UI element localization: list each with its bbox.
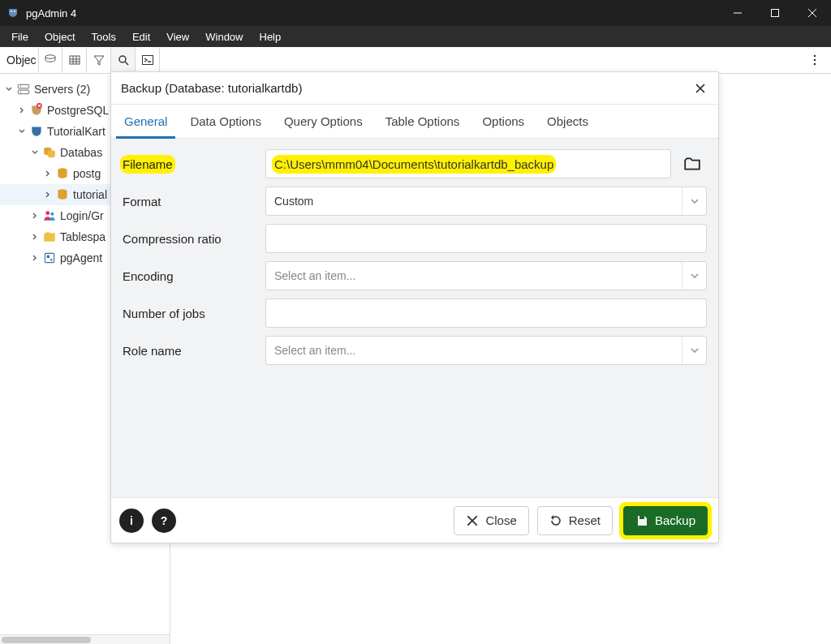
menubar: File Object Tools Edit View Window Help: [0, 26, 831, 47]
menu-view[interactable]: View: [158, 28, 197, 46]
browse-folder-button[interactable]: [678, 149, 707, 178]
backup-label: Backup: [655, 513, 695, 527]
tree-label: tutorial: [73, 188, 107, 201]
tablespaces-icon: [42, 230, 57, 243]
main-workspace: Backup (Database: tutorialkartdb) Genera…: [170, 74, 831, 644]
toolbar-query-icon[interactable]: [38, 47, 62, 73]
tree-horizontal-scrollbar[interactable]: [0, 634, 170, 644]
chevron-right-icon: [42, 168, 54, 179]
servers-icon: [16, 83, 31, 96]
tree-label: TutorialKart: [47, 125, 105, 138]
help-icon: ?: [161, 514, 168, 527]
label-rolename: Role name: [123, 344, 265, 358]
tree-label: PostgreSQL: [47, 104, 109, 117]
menu-tools[interactable]: Tools: [84, 28, 124, 46]
toolbar-psql-icon[interactable]: [136, 47, 160, 73]
label-encoding: Encoding: [123, 269, 265, 283]
chevron-right-icon: [42, 189, 54, 200]
close-button[interactable]: Close: [454, 506, 528, 535]
roles-icon: [42, 209, 57, 222]
server-icon: [29, 104, 44, 117]
minimize-button[interactable]: [719, 0, 756, 26]
toolbar-filter-icon[interactable]: [87, 47, 111, 73]
compression-field[interactable]: [274, 232, 698, 246]
tab-table-options[interactable]: Table Options: [374, 105, 471, 138]
tab-data-options[interactable]: Data Options: [179, 105, 273, 138]
svg-rect-10: [18, 84, 29, 88]
dialog-tabs: General Data Options Query Options Table…: [111, 105, 718, 139]
chevron-down-icon: [3, 84, 15, 95]
svg-rect-4: [70, 56, 80, 64]
svg-point-0: [11, 11, 12, 12]
tab-query-options[interactable]: Query Options: [273, 105, 374, 138]
filename-value: C:\Users\mmm04\Documents\tutorialkartdb_…: [274, 157, 553, 171]
close-icon[interactable]: [692, 80, 708, 97]
row-numjobs: Number of jobs: [111, 294, 718, 332]
chevron-down-icon: [16, 126, 28, 137]
svg-point-3: [45, 55, 55, 58]
content-area: Objec Servers (2) PostgreSQL TutorialKar: [0, 47, 831, 644]
database-icon: [55, 188, 70, 201]
encoding-placeholder: Select an item...: [274, 269, 355, 282]
help-button[interactable]: ?: [152, 509, 176, 533]
toolbar-view-data-icon[interactable]: [62, 47, 87, 73]
tree-label: Databas: [60, 146, 102, 159]
window-titlebar: pgAdmin 4: [0, 0, 831, 26]
object-explorer-label: Objec: [3, 47, 38, 73]
row-encoding: Encoding Select an item...: [111, 257, 718, 294]
chevron-right-icon: [29, 252, 41, 264]
tree-label: postg: [73, 167, 101, 180]
row-compression: Compression ratio: [111, 220, 718, 257]
menu-window[interactable]: Window: [197, 28, 251, 46]
pgagent-icon: [42, 251, 57, 264]
window-controls: [719, 0, 831, 26]
numjobs-field[interactable]: [274, 307, 698, 320]
dialog-footer: i ? Close Reset Backup: [111, 497, 718, 543]
tree-label: Servers (2): [34, 83, 90, 96]
svg-point-8: [814, 59, 816, 62]
toolbar-search-icon[interactable]: [111, 47, 136, 73]
row-format: Format Custom: [111, 182, 718, 220]
encoding-select[interactable]: Select an item...: [265, 261, 707, 290]
label-numjobs: Number of jobs: [123, 307, 265, 320]
svg-point-9: [814, 63, 816, 66]
chevron-right-icon: [29, 210, 41, 221]
svg-rect-2: [772, 10, 779, 17]
menu-object[interactable]: Object: [37, 28, 84, 46]
toolbar-overflow-icon[interactable]: [799, 47, 831, 73]
elephant-icon: [29, 125, 44, 138]
svg-rect-22: [47, 255, 50, 258]
dialog-body: Filename C:\Users\mmm04\Documents\tutori…: [111, 139, 718, 497]
format-value: Custom: [274, 195, 313, 208]
close-window-button[interactable]: [794, 0, 831, 26]
backup-button[interactable]: Backup: [623, 506, 708, 535]
numjobs-input[interactable]: [265, 298, 707, 328]
tab-options[interactable]: Options: [471, 105, 536, 138]
tree-label: Login/Gr: [60, 209, 104, 222]
menu-file[interactable]: File: [3, 28, 37, 46]
chevron-down-icon: [682, 337, 706, 364]
tab-objects[interactable]: Objects: [536, 105, 600, 138]
row-rolename: Role name Select an item...: [111, 332, 718, 369]
maximize-button[interactable]: [756, 0, 794, 26]
menu-help[interactable]: Help: [252, 28, 290, 46]
filename-input[interactable]: C:\Users\mmm04\Documents\tutorialkartdb_…: [265, 149, 671, 178]
chevron-down-icon: [682, 187, 706, 215]
info-icon: i: [130, 514, 133, 527]
svg-point-12: [20, 86, 22, 88]
reset-label: Reset: [569, 513, 601, 527]
tab-general[interactable]: General: [113, 105, 179, 138]
format-select[interactable]: Custom: [265, 187, 707, 216]
chevron-down-icon: [682, 262, 706, 290]
dialog-header: Backup (Database: tutorialkartdb): [111, 72, 718, 105]
rolename-select[interactable]: Select an item...: [265, 336, 707, 365]
info-button[interactable]: i: [119, 509, 144, 533]
scrollbar-thumb[interactable]: [2, 637, 91, 643]
compression-input[interactable]: [265, 224, 707, 253]
reset-button[interactable]: Reset: [537, 506, 613, 535]
chevron-right-icon: [29, 231, 41, 243]
menu-edit[interactable]: Edit: [124, 28, 158, 46]
label-filename: Filename: [123, 157, 173, 171]
svg-rect-23: [50, 259, 52, 260]
window-title: pgAdmin 4: [26, 7, 76, 19]
